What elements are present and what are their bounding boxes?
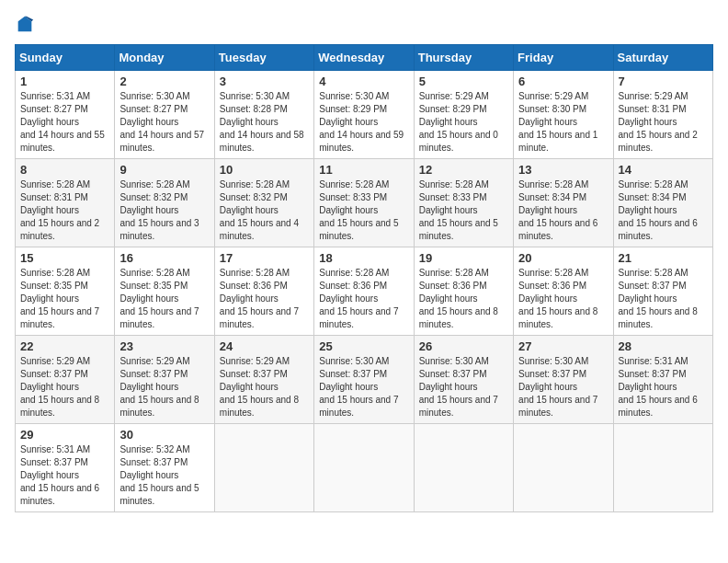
day-detail: Sunrise: 5:29 AM Sunset: 8:30 PM Dayligh… [518, 90, 608, 155]
calendar-cell: 2 Sunrise: 5:30 AM Sunset: 8:27 PM Dayli… [115, 71, 214, 159]
calendar-cell: 4 Sunrise: 5:30 AM Sunset: 8:29 PM Dayli… [314, 71, 414, 159]
day-number: 10 [220, 163, 309, 177]
day-number: 17 [220, 251, 309, 265]
day-detail: Sunrise: 5:28 AM Sunset: 8:32 PM Dayligh… [119, 178, 209, 243]
day-detail: Sunrise: 5:28 AM Sunset: 8:31 PM Dayligh… [20, 178, 109, 243]
day-detail: Sunrise: 5:30 AM Sunset: 8:37 PM Dayligh… [518, 355, 608, 419]
calendar-cell [514, 424, 613, 512]
day-detail: Sunrise: 5:31 AM Sunset: 8:37 PM Dayligh… [20, 443, 109, 508]
calendar-cell: 15 Sunrise: 5:28 AM Sunset: 8:35 PM Dayl… [16, 247, 115, 336]
day-detail: Sunrise: 5:30 AM Sunset: 8:37 PM Dayligh… [419, 355, 508, 419]
calendar-cell: 26 Sunrise: 5:30 AM Sunset: 8:37 PM Dayl… [414, 336, 513, 424]
day-number: 26 [419, 339, 508, 353]
calendar-cell: 28 Sunrise: 5:31 AM Sunset: 8:37 PM Dayl… [613, 336, 712, 424]
calendar-cell: 10 Sunrise: 5:28 AM Sunset: 8:32 PM Dayl… [214, 159, 313, 247]
day-number: 6 [518, 75, 608, 88]
col-tuesday: Tuesday [214, 45, 313, 71]
day-number: 16 [119, 251, 209, 265]
day-number: 22 [20, 339, 109, 353]
calendar-cell [314, 424, 414, 512]
day-detail: Sunrise: 5:28 AM Sunset: 8:36 PM Dayligh… [220, 267, 309, 331]
day-detail: Sunrise: 5:31 AM Sunset: 8:27 PM Dayligh… [20, 90, 109, 155]
calendar-cell: 6 Sunrise: 5:29 AM Sunset: 8:30 PM Dayli… [514, 71, 613, 159]
col-sunday: Sunday [16, 45, 115, 71]
logo-icon [15, 15, 35, 35]
calendar-cell: 11 Sunrise: 5:28 AM Sunset: 8:33 PM Dayl… [314, 159, 414, 247]
header-row: Sunday Monday Tuesday Wednesday Thursday… [16, 45, 713, 71]
day-detail: Sunrise: 5:29 AM Sunset: 8:29 PM Dayligh… [419, 90, 508, 155]
calendar-cell [214, 424, 313, 512]
day-number: 20 [518, 251, 608, 265]
col-monday: Monday [115, 45, 214, 71]
calendar-row-3: 15 Sunrise: 5:28 AM Sunset: 8:35 PM Dayl… [16, 247, 713, 336]
day-number: 11 [319, 163, 408, 177]
calendar-cell: 19 Sunrise: 5:28 AM Sunset: 8:36 PM Dayl… [414, 247, 513, 336]
day-detail: Sunrise: 5:30 AM Sunset: 8:37 PM Dayligh… [319, 355, 408, 419]
calendar-cell: 17 Sunrise: 5:28 AM Sunset: 8:36 PM Dayl… [214, 247, 313, 336]
day-detail: Sunrise: 5:29 AM Sunset: 8:31 PM Dayligh… [619, 90, 708, 155]
logo [15, 15, 39, 35]
calendar-cell: 8 Sunrise: 5:28 AM Sunset: 8:31 PM Dayli… [16, 159, 115, 247]
calendar-cell: 21 Sunrise: 5:28 AM Sunset: 8:37 PM Dayl… [613, 247, 712, 336]
day-number: 29 [20, 428, 109, 442]
calendar-cell: 9 Sunrise: 5:28 AM Sunset: 8:32 PM Dayli… [115, 159, 214, 247]
day-detail: Sunrise: 5:28 AM Sunset: 8:36 PM Dayligh… [419, 267, 508, 331]
calendar-cell: 5 Sunrise: 5:29 AM Sunset: 8:29 PM Dayli… [414, 71, 513, 159]
day-number: 8 [20, 163, 109, 177]
day-number: 28 [619, 339, 708, 353]
calendar-cell: 29 Sunrise: 5:31 AM Sunset: 8:37 PM Dayl… [16, 424, 115, 512]
calendar-cell: 14 Sunrise: 5:28 AM Sunset: 8:34 PM Dayl… [613, 159, 712, 247]
day-number: 7 [619, 75, 708, 88]
col-saturday: Saturday [613, 45, 712, 71]
calendar-cell: 12 Sunrise: 5:28 AM Sunset: 8:33 PM Dayl… [414, 159, 513, 247]
day-detail: Sunrise: 5:28 AM Sunset: 8:35 PM Dayligh… [119, 267, 209, 331]
calendar-cell: 13 Sunrise: 5:28 AM Sunset: 8:34 PM Dayl… [514, 159, 613, 247]
day-detail: Sunrise: 5:32 AM Sunset: 8:37 PM Dayligh… [119, 443, 209, 508]
day-number: 13 [518, 163, 608, 177]
calendar-cell: 27 Sunrise: 5:30 AM Sunset: 8:37 PM Dayl… [514, 336, 613, 424]
calendar-cell: 30 Sunrise: 5:32 AM Sunset: 8:37 PM Dayl… [115, 424, 214, 512]
day-detail: Sunrise: 5:28 AM Sunset: 8:33 PM Dayligh… [419, 178, 508, 243]
calendar-table: Sunday Monday Tuesday Wednesday Thursday… [15, 44, 713, 512]
day-detail: Sunrise: 5:28 AM Sunset: 8:33 PM Dayligh… [319, 178, 408, 243]
day-number: 18 [319, 251, 408, 265]
calendar-cell: 1 Sunrise: 5:31 AM Sunset: 8:27 PM Dayli… [16, 71, 115, 159]
calendar-row-4: 22 Sunrise: 5:29 AM Sunset: 8:37 PM Dayl… [16, 336, 713, 424]
day-number: 4 [319, 75, 408, 88]
calendar-cell: 16 Sunrise: 5:28 AM Sunset: 8:35 PM Dayl… [115, 247, 214, 336]
calendar-cell: 22 Sunrise: 5:29 AM Sunset: 8:37 PM Dayl… [16, 336, 115, 424]
day-number: 3 [220, 75, 309, 88]
col-friday: Friday [514, 45, 613, 71]
day-detail: Sunrise: 5:28 AM Sunset: 8:36 PM Dayligh… [518, 267, 608, 331]
day-number: 23 [119, 339, 209, 353]
day-number: 5 [419, 75, 508, 88]
day-detail: Sunrise: 5:29 AM Sunset: 8:37 PM Dayligh… [220, 355, 309, 419]
day-detail: Sunrise: 5:31 AM Sunset: 8:37 PM Dayligh… [619, 355, 708, 419]
day-number: 14 [619, 163, 708, 177]
calendar-cell [414, 424, 513, 512]
day-detail: Sunrise: 5:29 AM Sunset: 8:37 PM Dayligh… [119, 355, 209, 419]
day-number: 25 [319, 339, 408, 353]
day-number: 9 [119, 163, 209, 177]
day-number: 21 [619, 251, 708, 265]
day-detail: Sunrise: 5:28 AM Sunset: 8:32 PM Dayligh… [220, 178, 309, 243]
day-detail: Sunrise: 5:28 AM Sunset: 8:35 PM Dayligh… [20, 267, 109, 331]
day-detail: Sunrise: 5:28 AM Sunset: 8:36 PM Dayligh… [319, 267, 408, 331]
day-number: 2 [119, 75, 209, 88]
day-detail: Sunrise: 5:28 AM Sunset: 8:34 PM Dayligh… [518, 178, 608, 243]
day-detail: Sunrise: 5:30 AM Sunset: 8:27 PM Dayligh… [119, 90, 209, 155]
col-thursday: Thursday [414, 45, 513, 71]
day-number: 30 [119, 428, 209, 442]
day-detail: Sunrise: 5:28 AM Sunset: 8:37 PM Dayligh… [619, 267, 708, 331]
day-detail: Sunrise: 5:28 AM Sunset: 8:34 PM Dayligh… [619, 178, 708, 243]
day-number: 27 [518, 339, 608, 353]
day-number: 15 [20, 251, 109, 265]
day-number: 12 [419, 163, 508, 177]
page-header [15, 15, 713, 35]
day-detail: Sunrise: 5:30 AM Sunset: 8:29 PM Dayligh… [319, 90, 408, 155]
day-detail: Sunrise: 5:29 AM Sunset: 8:37 PM Dayligh… [20, 355, 109, 419]
calendar-cell [613, 424, 712, 512]
calendar-cell: 23 Sunrise: 5:29 AM Sunset: 8:37 PM Dayl… [115, 336, 214, 424]
calendar-row-1: 1 Sunrise: 5:31 AM Sunset: 8:27 PM Dayli… [16, 71, 713, 159]
day-number: 1 [20, 75, 109, 88]
